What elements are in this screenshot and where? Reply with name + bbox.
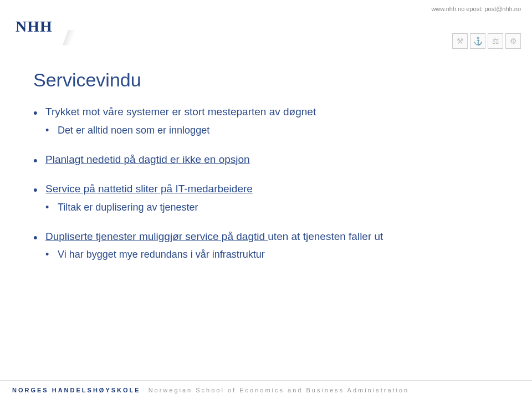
list-item: Planlagt nedetid på dagtid er ikke en op… [33,152,499,167]
slide-title: Servicevindu [33,69,499,91]
bullet-text: Trykket mot våre systemer er stort meste… [45,106,316,117]
sub-list: Det er alltid noen som er innlogget [45,123,499,137]
bullet-list: Trykket mot våre systemer er stort meste… [33,104,499,262]
bullet-text: Vi har bygget mye redundans i vår infras… [58,249,265,260]
bullet-text: Service på nattetid sliter på IT-medarbe… [45,183,253,195]
header-url: www.nhh.no epost: post@nhh.no [431,6,521,12]
list-item: Service på nattetid sliter på IT-medarbe… [33,181,499,214]
gear-icon: ⚙ [505,33,521,49]
sub-list: Tiltak er duplisering av tjenester [45,200,499,214]
list-item: Trykket mot våre systemer er stort meste… [33,104,499,137]
icon-row: ⚒ ⚓ ⚖ ⚙ [452,33,521,49]
decorative-stripe [63,30,76,45]
footer-left: NORGES HANDELSHØYSKOLE [12,387,141,393]
bullet-text: Dupliserte tjenester muliggjør service p… [45,231,268,242]
list-item: Tiltak er duplisering av tjenester [45,200,499,214]
logo: NHH [16,18,53,35]
footer: NORGES HANDELSHØYSKOLE Norwegian School … [0,380,532,399]
bullet-text: Det er alltid noen som er innlogget [58,125,209,136]
hammers-icon: ⚒ [452,33,468,49]
list-item: Dupliserte tjenester muliggjør service p… [33,229,499,262]
bullet-text: Tiltak er duplisering av tjenester [58,202,198,213]
scales-icon: ⚖ [488,33,503,49]
list-item: Det er alltid noen som er innlogget [45,123,499,137]
list-item: Vi har bygget mye redundans i vår infras… [45,247,499,262]
anchor-icon: ⚓ [470,33,485,49]
content-area: Servicevindu Trykket mot våre systemer e… [33,69,499,276]
footer-right: Norwegian School of Economics and Busine… [149,387,410,393]
sub-list: Vi har bygget mye redundans i vår infras… [45,247,499,262]
bullet-text-tail: uten at tjenesten faller ut [268,231,383,242]
bullet-text: Planlagt nedetid på dagtid er ikke en op… [45,154,250,165]
